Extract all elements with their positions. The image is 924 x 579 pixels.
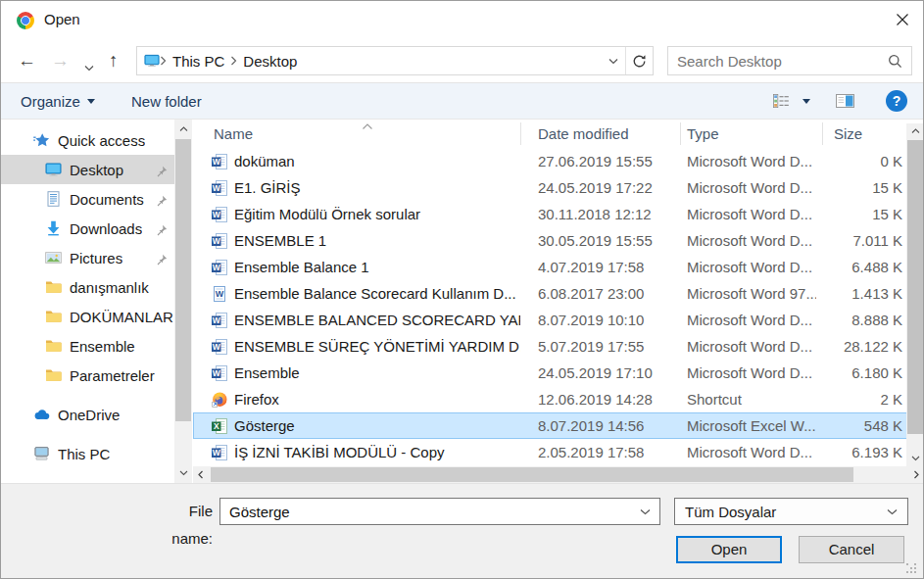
address-dropdown-chevron-icon[interactable]	[602, 58, 625, 65]
vertical-scroll-thumb[interactable]	[907, 140, 923, 434]
sidebar-item-downloads[interactable]: Downloads	[1, 214, 174, 243]
svg-text:X: X	[213, 421, 219, 431]
file-row-ensemble[interactable]: WEnsemble24.05.2019 17:10Microsoft Word …	[193, 360, 907, 386]
file-row-i-i-zni-taki-bi-mod-l-copy[interactable]: WİŞ İZNİ TAKİBİ MODÜLÜ - Copy2.05.2019 1…	[193, 439, 907, 465]
views-button[interactable]	[773, 83, 790, 119]
sidebar-scrollbar[interactable]	[174, 120, 192, 483]
date-modified-cell: 27.06.2019 15:55	[538, 148, 653, 174]
svg-text:W: W	[212, 315, 220, 325]
file-name-text: Ensemble Balance Scorecard Kullanım D...	[234, 285, 516, 302]
column-divider[interactable]	[680, 122, 681, 145]
pin-icon	[156, 222, 168, 239]
open-button-label: Open	[711, 541, 748, 557]
column-divider[interactable]	[520, 122, 521, 145]
size-cell: 6.193 K	[785, 439, 902, 465]
column-divider[interactable]	[822, 122, 823, 145]
file-row-g-sterge[interactable]: XGösterge8.07.2019 14:56Microsoft Excel …	[193, 412, 907, 439]
organize-button[interactable]: Organize	[21, 83, 95, 119]
file-row-ensemble-s-re-y-neti-mi-yardim-d[interactable]: WENSEMBLE SÜREÇ YÖNETİMİ YARDIM D...5.07…	[193, 333, 907, 360]
window-title: Open	[44, 11, 80, 27]
help-button[interactable]: ?	[886, 83, 907, 119]
address-bar[interactable]: This PC Desktop	[136, 46, 654, 75]
sidebar-item-desktop[interactable]: Desktop	[1, 155, 174, 184]
size-cell: 7.011 K	[785, 227, 902, 254]
file-name-cell: WİŞ İZNİ TAKİBİ MODÜLÜ - Copy	[211, 439, 520, 465]
word97-document-icon: W	[211, 286, 227, 302]
chevron-right-icon[interactable]	[230, 56, 237, 66]
excel-workbook-icon: X	[211, 418, 227, 434]
preview-pane-button[interactable]	[836, 83, 854, 119]
close-icon[interactable]	[895, 12, 910, 27]
scroll-up-icon[interactable]	[174, 121, 192, 137]
sidebar-item-dok-manlar[interactable]: DOKÜMANLAR (	[1, 302, 174, 331]
search-icon[interactable]	[888, 54, 902, 69]
sidebar-item-label: Desktop	[70, 162, 123, 178]
sidebar-item-dan-manl-k[interactable]: danışmanlık	[1, 272, 174, 302]
column-header-type[interactable]: Type	[687, 120, 719, 148]
date-modified-cell: 6.08.2017 23:00	[538, 280, 644, 307]
file-name-text: ENSEMBLE SÜREÇ YÖNETİMİ YARDIM D...	[234, 338, 520, 355]
file-row-dok-man[interactable]: Wdoküman27.06.2019 15:55Microsoft Word D…	[193, 148, 907, 174]
file-row-ensemble-balanced-scorecard-yar[interactable]: WENSEMBLE BALANCED SCORECARD YAR...8.07.…	[193, 307, 907, 333]
breadcrumb-desktop[interactable]: Desktop	[237, 53, 303, 70]
breadcrumb-this-pc[interactable]: This PC	[167, 53, 230, 70]
cancel-button[interactable]: Cancel	[799, 536, 904, 563]
sidebar-item-quick-access[interactable]: Quick access	[1, 125, 174, 155]
file-row-ensemble-balance-1[interactable]: WEnsemble Balance 14.07.2019 17:58Micros…	[193, 254, 907, 280]
column-header-size[interactable]: Size	[834, 120, 862, 148]
date-modified-cell: 5.07.2019 17:55	[538, 333, 644, 360]
file-name-cell: WEğitim Modülü Örnek sorular	[211, 201, 520, 227]
folder-icon	[44, 309, 63, 324]
recent-locations-chevron-icon[interactable]	[84, 58, 94, 74]
scroll-left-icon[interactable]	[193, 466, 209, 483]
sidebar-scroll-thumb[interactable]	[175, 139, 191, 421]
svg-text:W: W	[212, 210, 220, 219]
file-name-cell: Firefox	[211, 386, 520, 412]
word-document-icon: W	[211, 207, 227, 222]
horizontal-scroll-thumb[interactable]	[211, 467, 853, 482]
scroll-down-icon[interactable]	[174, 465, 192, 481]
scroll-up-icon[interactable]	[906, 123, 924, 139]
chevron-right-icon[interactable]	[160, 56, 167, 66]
pin-icon	[156, 164, 168, 180]
new-folder-button[interactable]: New folder	[131, 83, 202, 119]
back-icon[interactable]: ←	[18, 48, 36, 73]
sidebar-item-pictures[interactable]: Pictures	[1, 243, 174, 272]
open-button[interactable]: Open	[676, 536, 782, 563]
chevron-down-icon[interactable]	[640, 508, 651, 515]
column-header-date-modified[interactable]: Date modified	[538, 120, 629, 148]
sidebar-item-ensemble[interactable]: Ensemble	[1, 331, 174, 361]
views-dropdown-button[interactable]	[802, 83, 810, 119]
forward-icon: →	[51, 48, 70, 73]
word-document-icon: W	[211, 313, 227, 328]
file-list-horizontal-scrollbar[interactable]	[193, 466, 924, 483]
file-list-vertical-scrollbar[interactable]	[906, 123, 924, 466]
file-row-ensemble-balance-scorecard-kullan-m-d[interactable]: WEnsemble Balance Scorecard Kullanım D..…	[193, 280, 907, 307]
desktop-monitor-icon	[44, 162, 63, 177]
sidebar-item-this-pc[interactable]: This PC	[1, 439, 174, 468]
svg-text:W: W	[212, 263, 220, 272]
file-row-e-itim-mod-l-rnek-sorular[interactable]: WEğitim Modülü Örnek sorular30.11.2018 1…	[193, 201, 907, 227]
pin-icon	[156, 193, 168, 210]
sidebar-item-onedrive[interactable]: OneDrive	[1, 400, 174, 429]
column-header-name[interactable]: Name	[214, 120, 253, 148]
scroll-right-icon[interactable]	[908, 466, 924, 483]
date-modified-cell: 12.06.2019 14:28	[538, 386, 653, 412]
file-row-firefox[interactable]: Firefox12.06.2019 14:28Shortcut2 K	[193, 386, 907, 412]
file-row-e1-gi-ri[interactable]: WE1. GİRİŞ24.05.2019 17:22Microsoft Word…	[193, 174, 907, 201]
up-icon[interactable]: ↑	[109, 48, 119, 73]
refresh-icon[interactable]	[626, 47, 653, 74]
scroll-down-icon[interactable]	[906, 451, 924, 466]
svg-text:W: W	[215, 288, 223, 298]
file-name-cell: WENSEMBLE 1	[211, 227, 520, 254]
date-modified-cell: 30.05.2019 15:55	[538, 227, 653, 254]
search-input[interactable]	[668, 53, 888, 70]
file-row-ensemble-1[interactable]: WENSEMBLE 130.05.2019 15:55Microsoft Wor…	[193, 227, 907, 254]
sidebar-item-documents[interactable]: Documents	[1, 184, 174, 214]
word-document-icon: W	[211, 260, 227, 275]
file-type-select[interactable]: Tüm Dosyalar	[674, 498, 908, 525]
resize-grip[interactable]	[906, 563, 918, 575]
sidebar-item-parametreler[interactable]: Parametreler	[1, 361, 174, 390]
file-name-input[interactable]	[220, 504, 640, 520]
organize-label: Organize	[21, 93, 80, 110]
